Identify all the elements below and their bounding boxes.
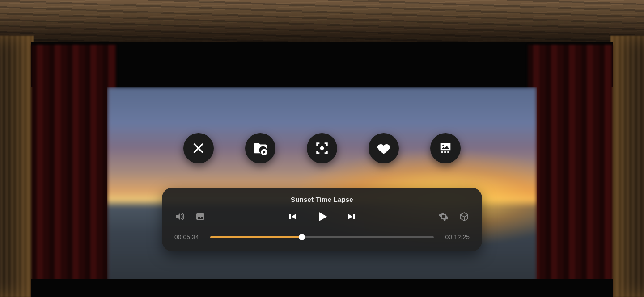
skip-next-icon: [347, 211, 357, 222]
total-time: 00:12:25: [442, 234, 470, 241]
player-panel: Sunset Time Lapse: [162, 188, 482, 251]
play-button[interactable]: [315, 210, 329, 223]
svg-rect-3: [441, 151, 443, 153]
svg-rect-9: [198, 218, 199, 219]
screen-black-top: [31, 42, 613, 87]
gear-icon: [438, 211, 449, 222]
wall-left: [0, 36, 34, 297]
play-icon: [315, 210, 329, 223]
settings-button[interactable]: [438, 211, 449, 222]
favorite-button[interactable]: [369, 133, 399, 163]
svg-point-2: [442, 145, 444, 146]
seek-track[interactable]: [210, 236, 434, 238]
ambient-screen-icon: [438, 141, 453, 156]
view3d-button[interactable]: [459, 211, 470, 222]
folder-play-icon: [253, 141, 268, 156]
svg-rect-10: [199, 218, 203, 219]
center-focus-icon: [314, 141, 330, 156]
seek-fill: [210, 236, 302, 238]
controls-row: [174, 211, 470, 222]
svg-rect-7: [198, 217, 200, 218]
track-title: Sunset Time Lapse: [174, 196, 470, 203]
svg-point-1: [320, 146, 324, 151]
svg-rect-4: [444, 151, 446, 153]
current-time: 00:05:34: [174, 234, 202, 241]
curtain-left: [31, 45, 116, 297]
volume-button[interactable]: [174, 211, 185, 222]
skip-previous-icon: [287, 211, 297, 222]
heart-icon: [376, 141, 391, 156]
overlay-action-row: [0, 133, 644, 163]
svg-rect-5: [447, 151, 449, 153]
svg-rect-8: [201, 217, 203, 218]
screen-black-bottom: [31, 279, 613, 297]
next-button[interactable]: [347, 211, 357, 222]
close-icon: [191, 141, 206, 156]
ambient-mode-button[interactable]: [430, 133, 461, 163]
seek-thumb[interactable]: [299, 234, 305, 240]
progress-row: 00:05:34 00:12:25: [174, 234, 470, 241]
previous-button[interactable]: [287, 211, 297, 222]
open-folder-button[interactable]: [245, 133, 275, 163]
subtitles-icon: [195, 211, 206, 222]
subtitles-button[interactable]: [195, 211, 206, 222]
wall-right: [610, 36, 644, 297]
cube-icon: [459, 211, 470, 222]
volume-icon: [174, 211, 185, 222]
focus-button[interactable]: [307, 133, 337, 163]
close-button[interactable]: [183, 133, 214, 163]
curtain-right: [528, 45, 613, 297]
